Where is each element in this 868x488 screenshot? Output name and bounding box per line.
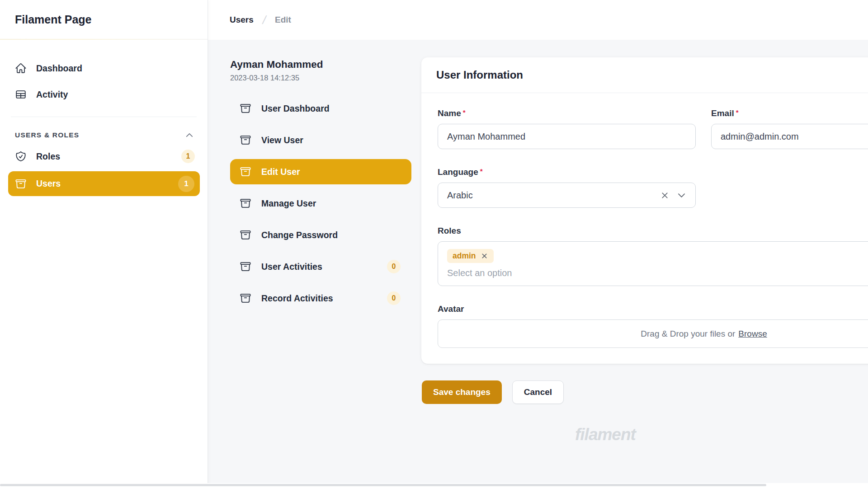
chevron-up-icon[interactable] — [185, 131, 194, 140]
page: Users / Edit Filament Page Dashboard Act… — [0, 0, 868, 488]
record-timestamp: 2023-03-18 14:12:35 — [230, 74, 323, 82]
record-activities-count-badge: 0 — [387, 291, 401, 305]
dropzone-text: Drag & Drop your files or — [641, 329, 735, 339]
role-tag-admin: admin — [447, 249, 494, 263]
breadcrumb-current: Edit — [275, 15, 291, 25]
archive-box-icon — [240, 166, 251, 178]
sidebar-item-activity[interactable]: Activity — [0, 81, 208, 108]
archive-box-icon — [240, 134, 251, 146]
email-field-group: Email* admin@admin.com — [711, 108, 868, 149]
sidebar-group-label: USERS & ROLES — [15, 131, 79, 139]
record-header: Ayman Mohammed 2023-03-18 14:12:35 — [230, 59, 323, 82]
sidebar-item-roles[interactable]: Roles 1 — [0, 143, 208, 169]
archive-box-icon — [240, 229, 251, 241]
shield-check-icon — [15, 150, 27, 162]
required-marker: * — [480, 167, 483, 175]
roles-count-badge: 1 — [181, 150, 195, 163]
table-icon — [15, 89, 27, 100]
menu-item-label: Manage User — [261, 198, 316, 209]
breadcrumb: Users / Edit — [230, 0, 291, 40]
menu-item-label: Record Activities — [261, 293, 333, 304]
breadcrumb-users-link[interactable]: Users — [230, 15, 254, 25]
language-label: Language* — [438, 167, 696, 177]
browse-link[interactable]: Browse — [738, 329, 767, 339]
language-selected-value: Arabic — [447, 190, 473, 201]
filament-watermark: filament — [575, 425, 636, 444]
menu-item-view-user[interactable]: View User — [230, 124, 411, 156]
remove-tag-icon[interactable] — [481, 252, 488, 260]
record-title: Ayman Mohammed — [230, 59, 323, 70]
roles-placeholder[interactable]: Select an option — [447, 268, 868, 278]
sidebar: Filament Page Dashboard Activity USERS &… — [0, 0, 208, 488]
archive-box-icon — [240, 261, 251, 272]
required-marker: * — [736, 108, 739, 116]
language-select[interactable]: Arabic — [438, 183, 696, 208]
sidebar-item-label: Activity — [36, 89, 68, 100]
save-button[interactable]: Save changes — [422, 380, 502, 404]
user-information-card: User Information Name* Ayman Mohammed Em… — [421, 57, 868, 364]
name-label: Name* — [438, 108, 696, 118]
avatar-dropzone[interactable]: Drag & Drop your files or Browse — [438, 319, 868, 348]
card-title: User Information — [421, 57, 868, 93]
sidebar-nav: Dashboard Activity USERS & ROLES Role — [0, 40, 208, 196]
users-count-badge: 1 — [178, 176, 194, 192]
avatar-field-group: Avatar Drag & Drop your files or Browse — [438, 304, 868, 348]
menu-item-user-dashboard[interactable]: User Dashboard — [230, 93, 411, 124]
sidebar-item-dashboard[interactable]: Dashboard — [0, 55, 208, 81]
card-body: Name* Ayman Mohammed Email* admin@admin.… — [421, 93, 868, 348]
avatar-label: Avatar — [438, 304, 868, 314]
menu-item-edit-user-active[interactable]: Edit User — [230, 159, 411, 184]
menu-item-label: User Dashboard — [261, 103, 330, 114]
app-title: Filament Page — [0, 0, 208, 39]
name-field-group: Name* Ayman Mohammed — [438, 108, 696, 149]
menu-item-manage-user[interactable]: Manage User — [230, 188, 411, 219]
menu-item-label: Change Password — [261, 230, 338, 240]
form-actions: Save changes Cancel — [422, 380, 564, 404]
email-label: Email* — [711, 108, 868, 118]
roles-label: Roles — [438, 226, 868, 236]
menu-item-label: Edit User — [261, 167, 300, 177]
menu-item-change-password[interactable]: Change Password — [230, 219, 411, 251]
sidebar-item-label: Roles — [36, 151, 60, 162]
clear-icon[interactable] — [660, 191, 670, 200]
menu-item-user-activities[interactable]: User Activities 0 — [230, 251, 411, 282]
archive-box-icon — [15, 178, 27, 190]
role-tag-label: admin — [453, 251, 476, 261]
required-marker: * — [463, 108, 466, 116]
sidebar-item-users-active[interactable]: Users 1 — [8, 171, 200, 196]
roles-field-group: Roles admin Select an option — [438, 226, 868, 286]
cancel-button[interactable]: Cancel — [512, 380, 564, 404]
menu-item-record-activities[interactable]: Record Activities 0 — [230, 282, 411, 314]
email-input[interactable]: admin@admin.com — [711, 124, 868, 149]
language-field-group: Language* Arabic — [438, 167, 696, 208]
sidebar-item-label: Users — [36, 178, 61, 189]
menu-item-label: View User — [261, 135, 303, 145]
name-input[interactable]: Ayman Mohammed — [438, 124, 696, 149]
home-icon — [15, 62, 27, 74]
menu-item-label: User Activities — [261, 262, 322, 272]
sidebar-item-label: Dashboard — [36, 63, 82, 74]
archive-box-icon — [240, 197, 251, 209]
archive-box-icon — [240, 103, 251, 114]
horizontal-scrollbar-thumb[interactable] — [0, 484, 766, 486]
record-menu: User Dashboard View User Edit User Manag… — [230, 93, 411, 314]
chevron-down-icon[interactable] — [677, 191, 686, 200]
sidebar-group-users-roles[interactable]: USERS & ROLES — [0, 117, 208, 143]
archive-box-icon — [240, 292, 251, 304]
breadcrumb-separator: / — [261, 13, 268, 27]
user-activities-count-badge: 0 — [387, 260, 401, 273]
roles-multiselect[interactable]: admin Select an option — [438, 241, 868, 286]
